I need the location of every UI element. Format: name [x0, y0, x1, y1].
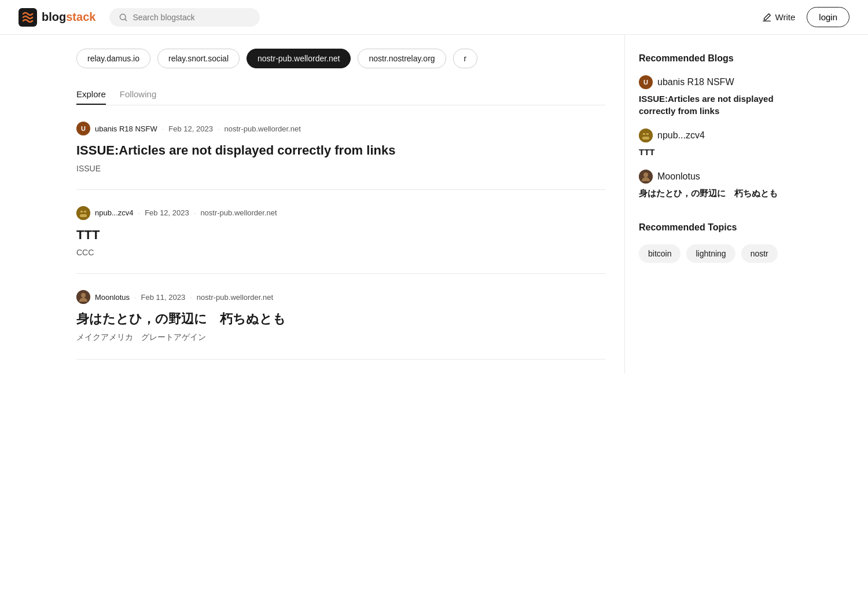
main-layout: relay.damus.io relay.snort.social nostr-… — [58, 35, 810, 373]
npub-sidebar-avatar-icon — [639, 129, 653, 142]
blog-author: Moonlotus — [657, 171, 700, 182]
login-button[interactable]: login — [807, 7, 849, 27]
article-excerpt: ISSUE — [76, 164, 606, 173]
blog-card-meta: U ubanis R18 NSFW — [639, 75, 796, 89]
article-excerpt: CCC — [76, 248, 606, 257]
recommended-topics-section: Recommended Topics bitcoin lightning nos… — [639, 222, 796, 263]
avatar — [76, 206, 90, 220]
relay-tab-more[interactable]: r — [453, 49, 478, 68]
article-meta: Moonlotus · Feb 11, 2023 · nostr-pub.wel… — [76, 290, 606, 304]
relay-tab-snort[interactable]: relay.snort.social — [157, 49, 240, 68]
article-meta: U ubanis R18 NSFW · Feb 12, 2023 · nostr… — [76, 122, 606, 135]
article-date: Feb 11, 2023 — [141, 293, 186, 302]
svg-point-5 — [81, 293, 86, 298]
topic-tag-lightning[interactable]: lightning — [686, 244, 735, 263]
blog-author: ubanis R18 NSFW — [657, 77, 734, 87]
tab-following[interactable]: Following — [120, 85, 156, 105]
recommended-topics-title: Recommended Topics — [639, 222, 796, 233]
blog-card-title[interactable]: ISSUE:Articles are not displayed correct… — [639, 93, 796, 117]
blog-card-title[interactable]: TTT — [639, 146, 796, 158]
svg-rect-3 — [80, 214, 87, 217]
svg-point-9 — [643, 173, 648, 177]
article-item: npub...zcv4 · Feb 12, 2023 · nostr-pub.w… — [76, 190, 606, 274]
svg-rect-2 — [76, 206, 90, 220]
article-item: U ubanis R18 NSFW · Feb 12, 2023 · nostr… — [76, 105, 606, 190]
blog-author: npub...zcv4 — [657, 130, 705, 141]
relay-tab-nostrelay[interactable]: nostr.nostrelay.org — [358, 49, 446, 68]
blog-card-meta: npub...zcv4 — [639, 129, 796, 142]
logo-text: blogstack — [42, 10, 95, 24]
nav-tabs: Explore Following — [76, 85, 606, 105]
recommended-blogs-section: Recommended Blogs U ubanis R18 NSFW ISSU… — [639, 53, 796, 199]
article-title[interactable]: ISSUE:Articles are not displayed correct… — [76, 142, 606, 159]
write-button[interactable]: Write — [762, 12, 796, 23]
article-relay: nostr-pub.wellorder.net — [200, 208, 277, 217]
svg-rect-6 — [639, 129, 653, 142]
content-area: relay.damus.io relay.snort.social nostr-… — [58, 35, 625, 373]
avatar — [639, 129, 653, 142]
blog-card: Moonlotus 身はたとひ，の野辺に 朽ちぬとも — [639, 170, 796, 199]
article-meta: npub...zcv4 · Feb 12, 2023 · nostr-pub.w… — [76, 206, 606, 220]
search-wrapper — [109, 8, 260, 27]
logo-icon — [19, 8, 37, 27]
article-relay: nostr-pub.wellorder.net — [225, 124, 301, 133]
blog-card: npub...zcv4 TTT — [639, 129, 796, 158]
author-name: npub...zcv4 — [95, 208, 134, 217]
blog-card-title[interactable]: 身はたとひ，の野辺に 朽ちぬとも — [639, 187, 796, 199]
recommended-blogs-title: Recommended Blogs — [639, 53, 796, 64]
relay-tabs: relay.damus.io relay.snort.social nostr-… — [76, 49, 606, 68]
header-right: Write login — [762, 7, 849, 27]
relay-tab-damus[interactable]: relay.damus.io — [76, 49, 150, 68]
article-excerpt: メイクアメリカ グレートアゲイン — [76, 332, 606, 343]
blog-card: U ubanis R18 NSFW ISSUE:Articles are not… — [639, 75, 796, 117]
article-title[interactable]: TTT — [76, 227, 606, 244]
article-relay: nostr-pub.wellorder.net — [197, 293, 273, 302]
relay-tab-wellorder[interactable]: nostr-pub.wellorder.net — [247, 49, 351, 68]
article-date: Feb 12, 2023 — [145, 208, 189, 217]
tab-explore[interactable]: Explore — [76, 85, 106, 105]
write-icon — [762, 12, 772, 23]
avatar: U — [76, 122, 90, 135]
sidebar: Recommended Blogs U ubanis R18 NSFW ISSU… — [625, 35, 810, 373]
author-name: Moonlotus — [95, 293, 130, 302]
moon-sidebar-avatar-icon — [639, 170, 653, 184]
avatar — [76, 290, 90, 304]
logo[interactable]: blogstack — [19, 8, 95, 27]
article-title[interactable]: 身はたとひ，の野辺に 朽ちぬとも — [76, 311, 606, 328]
svg-rect-7 — [642, 137, 649, 140]
avatar — [639, 170, 653, 184]
article-date: Feb 12, 2023 — [168, 124, 213, 133]
author-name: ubanis R18 NSFW — [95, 124, 157, 133]
article-list: U ubanis R18 NSFW · Feb 12, 2023 · nostr… — [76, 105, 606, 360]
blog-card-meta: Moonlotus — [639, 170, 796, 184]
topic-tag-bitcoin[interactable]: bitcoin — [639, 244, 681, 263]
header: blogstack Write login — [0, 0, 868, 35]
topic-tags: bitcoin lightning nostr — [639, 244, 796, 263]
article-item: Moonlotus · Feb 11, 2023 · nostr-pub.wel… — [76, 274, 606, 360]
topic-tag-nostr[interactable]: nostr — [741, 244, 778, 263]
npub-avatar-icon — [76, 206, 90, 220]
moon-avatar-icon — [76, 290, 90, 304]
search-icon — [119, 13, 128, 22]
search-input[interactable] — [133, 13, 248, 22]
avatar: U — [639, 75, 653, 89]
